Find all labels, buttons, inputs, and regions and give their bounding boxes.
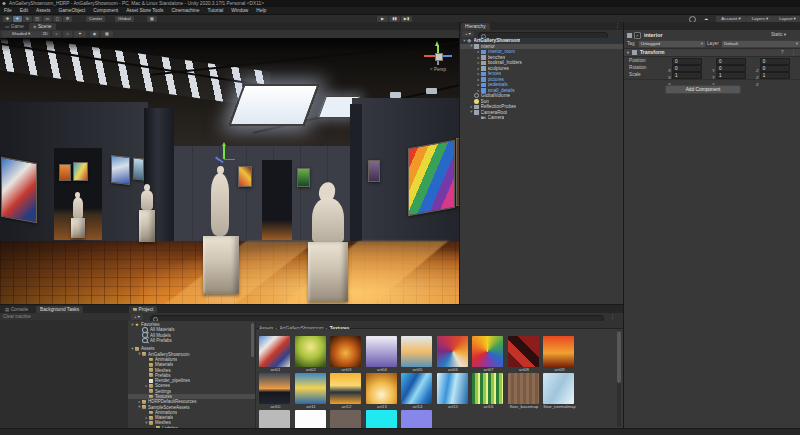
asset-thumbnail[interactable] xyxy=(259,410,292,428)
pivot-toggle-button[interactable]: Center xyxy=(86,16,105,22)
gallery-pillar[interactable] xyxy=(350,104,362,250)
active-checkbox[interactable]: ✓ xyxy=(634,32,641,39)
view-orientation-gizmo[interactable]: < Persp xyxy=(418,41,458,75)
scene-viewport[interactable]: < Persp xyxy=(0,38,460,305)
sculpture-right-bust[interactable] xyxy=(306,180,350,302)
hand-tool-icon[interactable]: ✥ xyxy=(3,16,12,22)
scale-x-field[interactable]: 1 xyxy=(672,72,702,79)
asset-thumbnail[interactable]: art14 xyxy=(401,373,434,410)
x-axis-icon[interactable] xyxy=(424,55,435,57)
transform-component-header[interactable]: ▼ Transform ? ⋮ xyxy=(623,48,800,57)
asset-thumbnail[interactable]: art02 xyxy=(295,336,328,373)
asset-thumbnail[interactable]: art10 xyxy=(259,373,292,410)
layers-dropdown[interactable]: Layers ▾ xyxy=(746,16,774,22)
asset-thumbnail[interactable] xyxy=(330,410,363,428)
divider[interactable] xyxy=(459,22,460,305)
asset-thumbnail[interactable]: art16 xyxy=(472,373,505,410)
scene-effects-icon[interactable]: ✦ xyxy=(74,31,86,37)
asset-thumbnail[interactable]: floor_normalmap xyxy=(543,373,576,410)
tab-game[interactable]: ▭Game xyxy=(1,23,28,30)
project-add-button[interactable]: + ▾ xyxy=(131,314,143,320)
shading-mode-dropdown[interactable]: Shaded ▾ xyxy=(2,31,40,37)
static-toggle[interactable]: Static ▾ xyxy=(771,32,786,37)
asset-thumbnail[interactable] xyxy=(366,410,399,428)
project-menu-icon[interactable]: ⋮ xyxy=(610,313,615,320)
wall-painting[interactable] xyxy=(111,155,130,185)
tab-background-tasks[interactable]: Background Tasks xyxy=(36,306,83,313)
asset-thumbnail[interactable]: art11 xyxy=(295,373,328,410)
rotation-y-field[interactable]: 0 xyxy=(716,65,746,72)
divider[interactable] xyxy=(623,22,624,435)
wall-painting[interactable] xyxy=(133,157,144,180)
cloud-icon[interactable]: ☁ xyxy=(700,16,712,22)
component-menu-icon[interactable]: ⋮ xyxy=(791,49,796,56)
wall-painting[interactable] xyxy=(368,160,380,182)
scale-z-field[interactable]: 1 xyxy=(760,72,790,79)
scene-visibility-icon[interactable]: ◉ xyxy=(90,31,99,37)
help-icon[interactable]: ? xyxy=(781,49,784,56)
asset-thumbnail[interactable]: art09 xyxy=(543,336,576,373)
grid-scrollbar-track[interactable] xyxy=(617,330,621,427)
expand-arrow[interactable]: ▼ xyxy=(462,39,467,43)
position-x-field[interactable]: 0 xyxy=(672,58,702,65)
doorway[interactable] xyxy=(262,160,292,240)
menu-item[interactable]: Edit xyxy=(16,7,32,14)
tab-console[interactable]: ▤Console xyxy=(1,306,32,313)
perspective-label[interactable]: < Persp xyxy=(418,67,458,72)
menu-item[interactable]: File xyxy=(0,7,16,14)
menu-item[interactable]: Cinemachine xyxy=(167,7,203,14)
asset-thumbnail[interactable]: art06 xyxy=(437,336,470,373)
divider[interactable] xyxy=(0,304,623,305)
tab-scene[interactable]: ◈Scene xyxy=(29,23,56,30)
step-button[interactable]: ▶▮ xyxy=(401,16,412,22)
pause-button[interactable]: ▮▮ xyxy=(389,16,400,22)
menu-item[interactable]: Component xyxy=(89,7,122,14)
gizmo-center-cube[interactable] xyxy=(435,53,443,61)
layout-dropdown[interactable]: Layout ▾ xyxy=(773,16,800,22)
hierarchy-add-button[interactable]: + ▾ xyxy=(462,31,474,37)
handle-space-toggle-button[interactable]: Global xyxy=(115,16,134,22)
wall-painting[interactable] xyxy=(238,166,252,187)
hierarchy-item[interactable]: Camera xyxy=(460,115,623,121)
asset-thumbnail[interactable] xyxy=(295,410,328,428)
position-z-field[interactable]: 0 xyxy=(760,58,790,65)
2d-toggle-button[interactable]: 2D xyxy=(40,31,50,37)
hierarchy-menu-icon[interactable]: ⋮ xyxy=(615,22,620,29)
asset-thumbnail[interactable]: art15 xyxy=(437,373,470,410)
account-dropdown[interactable]: Account ▾ xyxy=(716,16,746,22)
menu-item[interactable]: GameObject xyxy=(54,7,89,14)
menu-item[interactable]: Help xyxy=(252,7,270,14)
move-tool-icon[interactable]: ✛ xyxy=(13,16,22,22)
sculpture-far-left[interactable] xyxy=(68,192,88,238)
snap-settings-icon[interactable]: ▦ xyxy=(147,16,157,22)
asset-thumbnail[interactable]: art03 xyxy=(330,336,363,373)
tab-hierarchy[interactable]: Hierarchy xyxy=(461,23,490,30)
asset-thumbnail[interactable]: art07 xyxy=(472,336,505,373)
wall-painting[interactable] xyxy=(1,157,37,223)
position-y-field[interactable]: 0 xyxy=(716,58,746,65)
rotation-z-field[interactable]: 0 xyxy=(760,65,790,72)
object-name[interactable]: interior xyxy=(644,32,663,38)
scene-lighting-icon[interactable]: ☼ xyxy=(52,31,61,37)
ceiling-light[interactable] xyxy=(426,88,437,94)
scene-audio-icon[interactable]: ♪ xyxy=(63,31,72,37)
add-component-button[interactable]: Add Component xyxy=(665,85,741,94)
asset-thumbnail[interactable]: floor_basemap xyxy=(508,373,541,410)
sculpture-center-statue[interactable] xyxy=(202,166,240,294)
wall-painting[interactable] xyxy=(73,162,88,181)
layer-dropdown[interactable]: Default▾ xyxy=(721,40,800,48)
move-gizmo[interactable] xyxy=(214,142,236,168)
tag-dropdown[interactable]: Untagged▾ xyxy=(638,40,706,48)
component-foldout-arrow[interactable]: ▼ xyxy=(626,49,630,56)
clear-inactive-button[interactable]: Clear inactive xyxy=(3,313,31,320)
sculpture-mid-left[interactable] xyxy=(138,184,158,242)
menu-item[interactable]: Asset Store Tools xyxy=(122,7,167,14)
transform-tool-icon[interactable]: ◻ xyxy=(53,16,62,22)
expand-arrow[interactable]: ▼ xyxy=(130,323,135,327)
menu-item[interactable]: Window xyxy=(227,7,252,14)
play-button[interactable]: ▶ xyxy=(377,16,388,22)
wall-painting[interactable] xyxy=(59,164,71,181)
wall-painting[interactable] xyxy=(408,140,455,216)
grid-scrollbar-thumb[interactable] xyxy=(617,331,621,383)
asset-thumbnail[interactable]: art05 xyxy=(401,336,434,373)
